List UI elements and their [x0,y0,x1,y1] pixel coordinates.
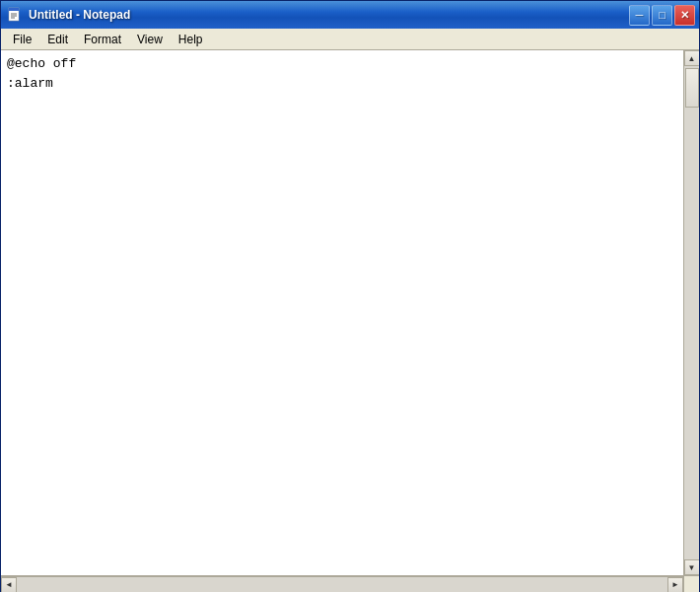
scroll-down-button[interactable]: ▼ [684,559,700,575]
notepad-icon [7,7,23,23]
menu-format[interactable]: Format [76,31,129,48]
menu-edit[interactable]: Edit [39,31,76,48]
titlebar-left: Untitled - Notepad [7,7,130,23]
titlebar: Untitled - Notepad ─ □ ✕ [1,1,699,29]
vertical-scrollbar[interactable]: ▲ ▼ [683,50,699,575]
editor-textarea[interactable]: @echo off :alarm [1,50,683,575]
scroll-left-button[interactable]: ◄ [1,577,17,593]
titlebar-buttons: ─ □ ✕ [629,5,695,26]
menu-help[interactable]: Help [171,31,211,48]
editor-area: @echo off :alarm ▲ ▼ [1,50,699,575]
minimize-button[interactable]: ─ [629,5,650,26]
close-button[interactable]: ✕ [674,5,695,26]
svg-rect-1 [9,8,19,11]
bottom-bar: ◄ ► [1,575,699,591]
menubar: File Edit Format View Help [1,29,699,50]
menu-view[interactable]: View [129,31,171,48]
horizontal-scrollbar[interactable]: ◄ ► [1,576,683,592]
maximize-button[interactable]: □ [652,5,672,26]
scroll-track-v[interactable] [684,66,699,559]
scrollbar-corner [683,576,699,592]
menu-file[interactable]: File [5,31,39,48]
notepad-window: Untitled - Notepad ─ □ ✕ File Edit Forma… [0,0,700,592]
scroll-right-button[interactable]: ► [667,577,683,593]
scroll-track-h[interactable] [17,577,667,592]
window-title: Untitled - Notepad [29,8,130,22]
scroll-thumb-v[interactable] [685,68,699,108]
scroll-up-button[interactable]: ▲ [684,50,700,66]
